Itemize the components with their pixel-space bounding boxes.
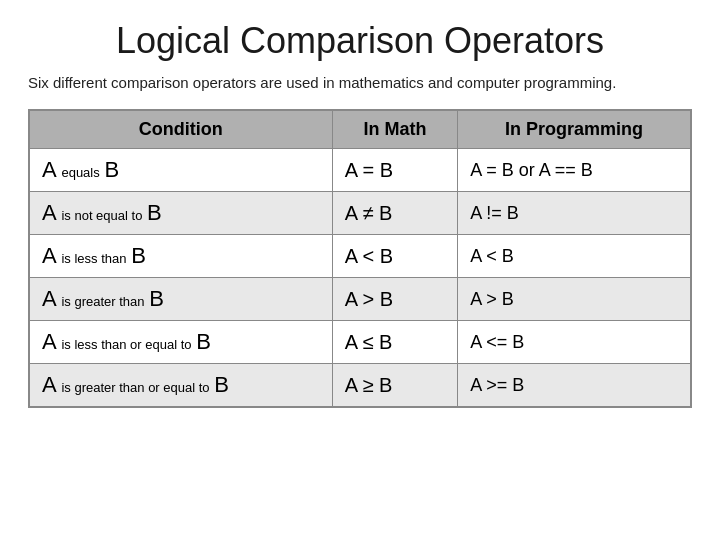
header-condition: Condition — [29, 110, 332, 149]
page-subtitle: Six different comparison operators are u… — [28, 72, 692, 93]
programming-cell: A != B — [458, 192, 691, 235]
condition-cell: A is less than B — [29, 235, 332, 278]
math-cell: A ≤ B — [332, 321, 458, 364]
condition-description: is greater than — [61, 294, 144, 309]
condition-description: is greater than or equal to — [61, 380, 209, 395]
condition-big-letter2: B — [196, 329, 211, 354]
condition-big-letter: A — [42, 372, 57, 397]
table-row: A is greater than or equal to BA ≥ BA >=… — [29, 364, 691, 408]
table-row: A equals BA = BA = B or A == B — [29, 149, 691, 192]
condition-big-letter: A — [42, 329, 57, 354]
condition-big-letter2: B — [149, 286, 164, 311]
math-cell: A ≥ B — [332, 364, 458, 408]
page-title: Logical Comparison Operators — [28, 20, 692, 62]
condition-description: is not equal to — [61, 208, 142, 223]
header-math: In Math — [332, 110, 458, 149]
condition-cell: A equals B — [29, 149, 332, 192]
table-row: A is less than or equal to BA ≤ BA <= B — [29, 321, 691, 364]
condition-cell: A is greater than or equal to B — [29, 364, 332, 408]
condition-big-letter: A — [42, 200, 57, 225]
table-row: A is greater than BA > BA > B — [29, 278, 691, 321]
condition-description: is less than — [61, 251, 126, 266]
condition-cell: A is less than or equal to B — [29, 321, 332, 364]
condition-description: equals — [61, 165, 99, 180]
math-cell: A > B — [332, 278, 458, 321]
programming-cell: A >= B — [458, 364, 691, 408]
condition-big-letter2: B — [147, 200, 162, 225]
comparison-table: Condition In Math In Programming A equal… — [28, 109, 692, 408]
condition-big-letter2: B — [214, 372, 229, 397]
condition-description: is less than or equal to — [61, 337, 191, 352]
condition-big-letter: A — [42, 243, 57, 268]
math-cell: A ≠ B — [332, 192, 458, 235]
table-row: A is less than BA < BA < B — [29, 235, 691, 278]
math-cell: A = B — [332, 149, 458, 192]
table-header-row: Condition In Math In Programming — [29, 110, 691, 149]
page: Logical Comparison Operators Six differe… — [0, 0, 720, 540]
programming-cell: A < B — [458, 235, 691, 278]
condition-big-letter2: B — [131, 243, 146, 268]
condition-big-letter: A — [42, 286, 57, 311]
header-programming: In Programming — [458, 110, 691, 149]
condition-big-letter: A — [42, 157, 57, 182]
condition-big-letter2: B — [104, 157, 119, 182]
condition-cell: A is greater than B — [29, 278, 332, 321]
condition-cell: A is not equal to B — [29, 192, 332, 235]
programming-cell: A > B — [458, 278, 691, 321]
math-cell: A < B — [332, 235, 458, 278]
programming-cell: A <= B — [458, 321, 691, 364]
programming-cell: A = B or A == B — [458, 149, 691, 192]
table-row: A is not equal to BA ≠ BA != B — [29, 192, 691, 235]
